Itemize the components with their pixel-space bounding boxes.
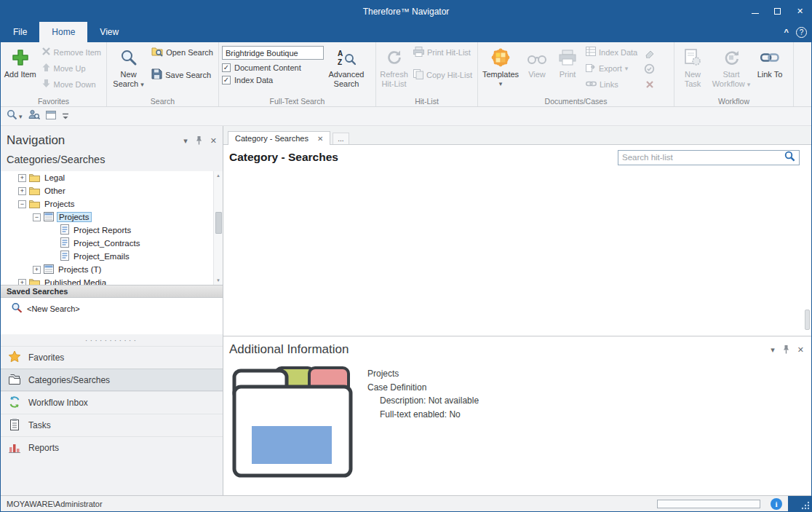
expand-icon[interactable]: + <box>18 174 26 182</box>
favorites-small-buttons: Remove Item Move Up Move Down <box>39 46 103 90</box>
expand-icon[interactable]: + <box>33 266 41 274</box>
tree-item-label: Other <box>43 186 67 195</box>
close-tab-icon[interactable]: ✕ <box>317 135 323 143</box>
tree-item[interactable]: + Published Media <box>1 276 223 285</box>
start-workflow-icon <box>723 45 740 70</box>
user-search-button[interactable] <box>28 109 40 123</box>
tree-item-selected[interactable]: − Projects <box>1 210 223 224</box>
scroll-down-icon[interactable]: ▼ <box>214 278 223 283</box>
tree-item[interactable]: − Projects <box>1 197 223 210</box>
help-icon[interactable]: ? <box>796 27 807 38</box>
pin-icon[interactable] <box>196 135 202 146</box>
resize-grip[interactable] <box>788 496 811 511</box>
sidebar-item-reports[interactable]: Reports <box>1 436 223 459</box>
print-hitlist-button[interactable]: Print Hit-List <box>411 46 474 58</box>
tab-file[interactable]: File <box>1 22 39 42</box>
sidebar-item-categories-searches[interactable]: Categories/Searches <box>1 369 223 391</box>
edit-case-button[interactable] <box>643 47 656 58</box>
tree-scrollbar[interactable]: ▲ ▼ <box>213 171 223 285</box>
move-up-button[interactable]: Move Up <box>39 62 103 74</box>
sidebar-item-favorites[interactable]: Favorites <box>1 346 223 369</box>
collapse-icon[interactable]: − <box>33 213 41 221</box>
tree-item[interactable]: Project_Emails <box>1 250 223 263</box>
start-workflow-button[interactable]: Start Workflow ▾ <box>710 44 752 89</box>
saved-searches-header: Saved Searches <box>1 285 223 298</box>
ribbon-tab-bar: File Home View ^ ? <box>1 22 811 42</box>
sidebar-item-workflow-inbox[interactable]: Workflow Inbox <box>1 391 223 414</box>
sidebar-item-tasks[interactable]: Tasks <box>1 414 223 436</box>
minimize-button[interactable] <box>744 1 766 22</box>
new-task-button[interactable]: New Task <box>677 44 708 88</box>
panel-splitter-handle[interactable]: ··········· <box>1 334 223 346</box>
pin-icon[interactable] <box>783 344 789 355</box>
close-button[interactable]: ✕ <box>789 1 811 22</box>
templates-button[interactable]: Templates ▾ <box>481 44 520 88</box>
tree-item[interactable]: + Projects (T) <box>1 263 223 276</box>
new-search-item[interactable]: <New Search> <box>11 302 223 315</box>
refresh-hitlist-button[interactable]: Refresh Hit-List <box>379 44 409 88</box>
move-up-icon <box>41 63 51 74</box>
copy-icon <box>413 69 423 81</box>
tree-item-label: Projects <box>57 212 92 222</box>
expand-icon[interactable]: + <box>18 187 26 195</box>
sidebar-filler <box>1 459 223 495</box>
tree-item[interactable]: + Other <box>1 184 223 197</box>
maximize-button[interactable] <box>766 1 789 22</box>
export-button[interactable]: Export ▾ <box>584 62 640 74</box>
tab-view[interactable]: View <box>87 22 131 42</box>
document-tab-label: Category - Searches <box>235 134 309 143</box>
window-view-button[interactable] <box>46 110 56 123</box>
expand-icon[interactable]: + <box>18 279 26 285</box>
tree-item[interactable]: Project Reports <box>1 224 223 237</box>
sidebar-item-label: Workflow Inbox <box>28 398 88 408</box>
link-to-button[interactable]: Link To <box>755 44 785 79</box>
tab-overflow-button[interactable]: ... <box>333 133 349 144</box>
open-search-button[interactable]: Open Search <box>149 46 215 58</box>
search-icon <box>7 109 17 123</box>
save-search-button[interactable]: Save Search <box>149 68 215 81</box>
panel-menu-caret-icon[interactable]: ▾ <box>183 136 188 146</box>
tab-category-searches[interactable]: Category - Searches ✕ <box>228 131 330 145</box>
print-hitlist-label: Print Hit-List <box>427 48 471 57</box>
tree-item[interactable]: Project_Contracts <box>1 237 223 250</box>
advanced-search-icon: AZ <box>337 45 356 70</box>
delete-case-button[interactable] <box>643 79 656 90</box>
scroll-up-icon[interactable]: ▲ <box>214 173 223 178</box>
ribbon: Add Item Remove Item Move Up Move Down F… <box>1 42 811 107</box>
close-panel-icon[interactable]: ✕ <box>797 345 804 355</box>
scrollbar-thumb[interactable] <box>215 212 222 234</box>
print-button[interactable]: Print <box>554 44 581 79</box>
remove-item-icon <box>41 47 51 58</box>
case-mini-buttons <box>642 47 656 90</box>
copy-hitlist-button[interactable]: Copy Hit-List <box>411 68 474 81</box>
index-data-button[interactable]: Index Data <box>584 46 640 58</box>
templates-caret-icon: ▾ <box>499 79 503 89</box>
close-panel-icon[interactable]: ✕ <box>210 136 217 146</box>
tree-item[interactable]: + Legal <box>1 171 223 184</box>
advanced-search-button[interactable]: AZ Advanced Search <box>326 44 367 88</box>
collapse-icon[interactable]: − <box>18 200 26 208</box>
quick-search-button[interactable]: ▾ <box>7 109 23 123</box>
tab-home[interactable]: Home <box>39 22 87 42</box>
add-item-button[interactable]: Add Item <box>4 44 37 79</box>
view-button[interactable]: View <box>522 44 552 79</box>
export-caret-icon: ▾ <box>625 65 629 72</box>
move-down-button[interactable]: Move Down <box>39 78 103 90</box>
links-button[interactable]: Links <box>584 78 640 90</box>
panel-menu-caret-icon[interactable]: ▾ <box>771 345 775 355</box>
ribbon-group-documents: Templates ▾ View Print Index Data <box>478 42 674 106</box>
start-workflow-label: Start Workflow <box>712 70 745 88</box>
document-content-checkbox[interactable]: ✓ Document Content <box>222 63 324 72</box>
collapse-ribbon-icon[interactable]: ^ <box>784 28 789 36</box>
fulltext-search-input[interactable] <box>222 46 324 60</box>
status-bar-right: i <box>657 496 811 511</box>
links-label: Links <box>600 80 618 89</box>
content-scrollbar-thumb[interactable] <box>805 310 810 330</box>
toolbar-options-button[interactable] <box>62 110 69 123</box>
new-search-button[interactable]: New Search ▾ <box>110 44 147 89</box>
search-hitlist-input[interactable] <box>622 153 781 162</box>
index-data-checkbox[interactable]: ✓ Index Data <box>222 76 324 84</box>
info-icon[interactable]: i <box>771 498 782 510</box>
remove-item-button[interactable]: Remove Item <box>39 46 103 58</box>
complete-case-button[interactable] <box>643 63 656 74</box>
